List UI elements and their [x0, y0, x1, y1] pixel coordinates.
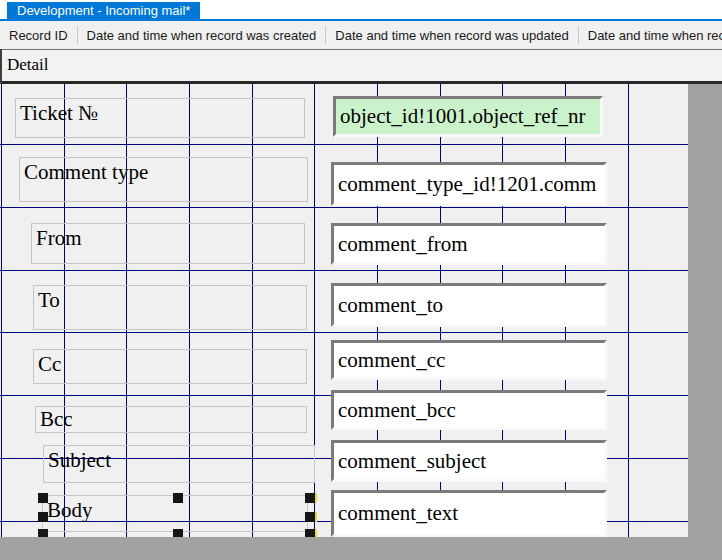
design-surface[interactable]: Ticket № Comment type From To Cc Bcc Sub… [0, 84, 688, 537]
selection-handle-mid-right[interactable] [305, 512, 315, 522]
grid-line-vertical [1, 84, 2, 537]
fields-bar: Record ID Date and time when record was … [0, 21, 722, 49]
field-comment-to[interactable]: comment_to [331, 283, 607, 327]
grid-line-horizontal [0, 332, 688, 333]
fields-bar-item-record-id[interactable]: Record ID [8, 28, 69, 43]
field-comment-text[interactable]: comment_text [331, 490, 607, 537]
tab-development-incoming-mail[interactable]: Development - Incoming mail* [7, 2, 200, 21]
form-designer-window: Development - Incoming mail* Record ID D… [0, 0, 722, 560]
selection-handle-top-center[interactable] [173, 493, 183, 503]
fields-bar-separator [578, 26, 579, 44]
app-background-bottom [0, 537, 722, 560]
selection-handle-top-left[interactable] [38, 493, 48, 503]
label-cc[interactable]: Cc [33, 349, 307, 384]
grid-line-vertical [628, 84, 629, 537]
grid-line-horizontal [0, 207, 688, 208]
detail-band-label: Detail [7, 55, 49, 74]
document-tab-bar: Development - Incoming mail* [0, 0, 722, 21]
selection-handle-bottom-left[interactable] [38, 529, 48, 537]
fields-bar-separator [77, 26, 78, 44]
field-comment-cc[interactable]: comment_cc [331, 340, 607, 380]
detail-band-header[interactable]: Detail [0, 49, 722, 81]
label-to[interactable]: To [33, 285, 307, 330]
label-ticket-nr[interactable]: Ticket № [15, 98, 305, 138]
field-comment-bcc[interactable]: comment_bcc [331, 390, 607, 430]
fields-bar-item-updated[interactable]: Date and time when record was updated [334, 28, 569, 43]
label-comment-type[interactable]: Comment type [19, 157, 308, 202]
fields-bar-item-created[interactable]: Date and time when record was created [86, 28, 318, 43]
app-background-right [688, 84, 722, 560]
selection-handle-bottom-right[interactable] [305, 529, 315, 537]
selection-handle-top-right[interactable] [305, 493, 315, 503]
field-comment-from[interactable]: comment_from [331, 223, 607, 265]
label-bcc[interactable]: Bcc [35, 406, 307, 433]
fields-bar-separator [325, 26, 326, 44]
grid-line-horizontal [0, 144, 688, 145]
field-comment-type[interactable]: comment_type_id!1201.comm [331, 162, 607, 206]
selection-handle-mid-left[interactable] [38, 512, 48, 522]
tab-title: Development - Incoming mail* [17, 3, 190, 18]
grid-line-horizontal [0, 270, 688, 271]
field-comment-subject[interactable]: comment_subject [331, 440, 607, 482]
field-object-ref-nr[interactable]: object_id!1001.object_ref_nr [333, 96, 603, 137]
label-subject[interactable]: Subject [43, 445, 315, 483]
fields-bar-item-closed[interactable]: Date and time when record was clos [587, 28, 722, 43]
label-from[interactable]: From [31, 223, 305, 264]
selection-handle-bottom-center[interactable] [173, 529, 183, 537]
